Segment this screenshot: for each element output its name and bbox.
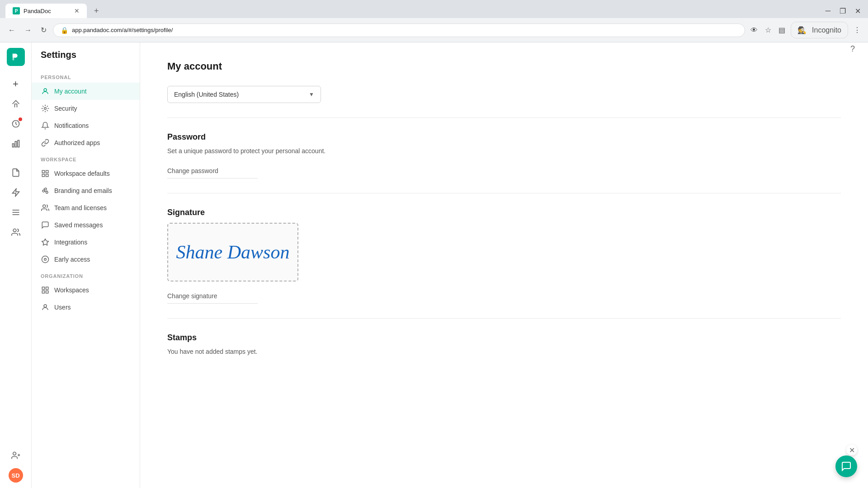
help-icon[interactable]: ? xyxy=(846,42,859,55)
minimize-button[interactable]: ─ xyxy=(824,5,832,17)
nav-item-notifications[interactable]: Notifications xyxy=(32,117,140,134)
sidebar-add-icon[interactable]: + xyxy=(7,75,25,93)
eye-slash-icon: 👁 xyxy=(749,24,760,36)
workspaces-icon xyxy=(41,286,50,295)
nav-item-saved-messages[interactable]: Saved messages xyxy=(32,216,140,234)
notifications-icon xyxy=(41,121,50,130)
my-account-icon xyxy=(41,87,50,96)
svg-rect-15 xyxy=(46,170,48,173)
forward-button[interactable]: → xyxy=(22,23,34,37)
incognito-icon: 🕵 xyxy=(796,24,808,36)
settings-nav-wrapper: Settings PERSONAL My account Security No… xyxy=(32,42,140,488)
sidebar-people-icon[interactable] xyxy=(7,223,25,241)
stamps-heading: Stamps xyxy=(167,333,841,343)
svg-rect-17 xyxy=(46,174,48,177)
svg-point-8 xyxy=(13,229,16,232)
user-avatar[interactable]: SD xyxy=(9,468,23,483)
workspace-defaults-icon xyxy=(41,169,50,178)
signature-box[interactable]: Shane Dawson xyxy=(167,223,298,282)
nav-item-my-account[interactable]: My account xyxy=(32,83,140,100)
nav-item-authorized-apps[interactable]: Authorized apps xyxy=(32,134,140,151)
nav-item-team-licenses[interactable]: Team and licenses xyxy=(32,199,140,216)
app-logo[interactable] xyxy=(7,48,25,66)
saved-messages-icon xyxy=(41,221,50,230)
password-description: Set a unique password to protect your pe… xyxy=(167,147,841,155)
sidebar-home-icon[interactable] xyxy=(7,95,25,113)
nav-item-early-access[interactable]: Early access xyxy=(32,251,140,268)
sidebar-list-icon[interactable] xyxy=(7,203,25,221)
security-icon xyxy=(41,104,50,113)
refresh-button[interactable]: ↻ xyxy=(38,23,49,37)
svg-point-29 xyxy=(44,305,47,307)
team-licenses-icon xyxy=(41,203,50,212)
nav-item-authorized-apps-label: Authorized apps xyxy=(54,139,100,146)
toolbar-actions: 👁 ☆ ▤ 🕵 Incognito ⋮ xyxy=(749,22,863,38)
window-controls: ─ ❐ ✕ xyxy=(824,5,863,17)
nav-item-workspace-defaults-label: Workspace defaults xyxy=(54,170,110,177)
organization-section-label: ORGANIZATION xyxy=(32,268,140,282)
sidebar-activity-icon[interactable] xyxy=(7,115,25,133)
settings-title: Settings xyxy=(32,50,140,69)
svg-point-13 xyxy=(44,108,47,110)
users-icon xyxy=(41,303,50,312)
tab-close-button[interactable]: ✕ xyxy=(74,7,80,14)
change-signature-link[interactable]: Change signature xyxy=(167,289,258,304)
early-access-icon xyxy=(41,255,50,264)
svg-point-20 xyxy=(46,192,48,194)
nav-item-workspaces-label: Workspaces xyxy=(54,286,89,294)
svg-point-9 xyxy=(13,452,16,455)
svg-rect-28 xyxy=(46,291,48,293)
new-tab-button[interactable]: + xyxy=(90,5,103,18)
svg-rect-16 xyxy=(42,174,44,177)
browser-chrome: P PandaDoc ✕ + ─ ❐ ✕ ← → ↻ 🔒 app.pandado… xyxy=(0,0,868,42)
nav-item-workspaces[interactable]: Workspaces xyxy=(32,282,140,299)
nav-item-integrations-label: Integrations xyxy=(54,239,87,246)
app: + SD Settings xyxy=(0,42,868,488)
incognito-badge: 🕵 Incognito xyxy=(791,22,848,38)
sidebar-add-user-icon[interactable] xyxy=(7,446,25,465)
sidebar-chart-icon[interactable] xyxy=(7,135,25,153)
svg-point-19 xyxy=(42,190,45,192)
chat-bubble-button[interactable] xyxy=(835,455,857,477)
app-sidebar: + SD xyxy=(0,42,32,488)
svg-point-21 xyxy=(43,205,46,207)
nav-item-integrations[interactable]: Integrations xyxy=(32,234,140,251)
url-text: app.pandadoc.com/a/#/settings/profile/ xyxy=(72,27,737,33)
svg-rect-25 xyxy=(42,287,44,289)
address-bar[interactable]: 🔒 app.pandadoc.com/a/#/settings/profile/ xyxy=(53,23,745,37)
language-select[interactable]: English (United States) ▼ xyxy=(167,86,321,103)
svg-marker-4 xyxy=(12,189,19,197)
password-section: Password Set a unique password to protec… xyxy=(167,132,841,178)
nav-item-branding-emails[interactable]: Branding and emails xyxy=(32,182,140,199)
incognito-label: Incognito xyxy=(810,24,843,36)
svg-rect-14 xyxy=(42,170,44,173)
svg-point-18 xyxy=(45,188,47,190)
nav-item-users-label: Users xyxy=(54,304,71,311)
menu-icon[interactable]: ⋮ xyxy=(852,24,863,36)
maximize-button[interactable]: ❐ xyxy=(838,5,848,17)
chat-close-button[interactable]: ✕ xyxy=(846,445,857,455)
sidebar-bottom: SD xyxy=(7,446,25,483)
close-button[interactable]: ✕ xyxy=(853,5,863,17)
back-button[interactable]: ← xyxy=(5,23,18,37)
change-password-link[interactable]: Change password xyxy=(167,164,258,178)
language-chevron-icon: ▼ xyxy=(309,91,314,98)
nav-item-users[interactable]: Users xyxy=(32,299,140,316)
personal-section-label: PERSONAL xyxy=(32,69,140,83)
sidebar-doc-icon[interactable] xyxy=(7,164,25,182)
browser-toolbar: ← → ↻ 🔒 app.pandadoc.com/a/#/settings/pr… xyxy=(0,18,868,42)
svg-rect-2 xyxy=(15,141,16,147)
bookmark-icon[interactable]: ☆ xyxy=(763,24,773,36)
svg-point-24 xyxy=(44,258,47,261)
sidebar-bolt-icon[interactable] xyxy=(7,183,25,202)
nav-item-my-account-label: My account xyxy=(54,88,87,95)
password-heading: Password xyxy=(167,132,841,142)
nav-item-workspace-defaults[interactable]: Workspace defaults xyxy=(32,165,140,182)
svg-point-23 xyxy=(42,256,49,263)
nav-item-notifications-label: Notifications xyxy=(54,122,89,129)
sidebar-toggle-icon[interactable]: ▤ xyxy=(777,24,787,36)
svg-marker-22 xyxy=(42,239,49,245)
settings-nav: Settings PERSONAL My account Security No… xyxy=(32,42,140,323)
browser-tab[interactable]: P PandaDoc ✕ xyxy=(5,4,87,18)
nav-item-security[interactable]: Security xyxy=(32,100,140,117)
